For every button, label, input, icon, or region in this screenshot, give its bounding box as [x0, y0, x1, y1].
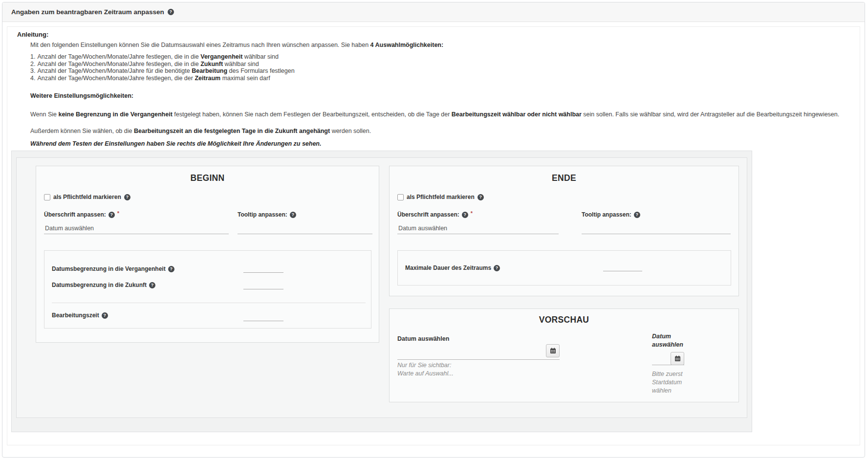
- max-duration-label-row: Maximale Dauer des Zeitraums ?: [405, 264, 500, 271]
- beginn-required-checkbox[interactable]: [44, 194, 50, 200]
- ende-panel: ENDE als Pflichtfeld markieren ? Übersch…: [389, 166, 739, 296]
- beginn-required-label: als Pflichtfeld markieren: [53, 194, 121, 200]
- ende-required-label: als Pflichtfeld markieren: [407, 194, 475, 200]
- help-icon[interactable]: ?: [494, 265, 500, 271]
- limit-future-label-row: Datumsbegrenzung in die Zukunft ?: [52, 282, 155, 288]
- page-panel: Angaben zum beantragbaren Zeitraum anpas…: [2, 2, 865, 458]
- preview-end-calendar-button[interactable]: [671, 352, 684, 365]
- list-number: 2.: [30, 61, 35, 68]
- processing-time-input[interactable]: [243, 311, 283, 321]
- limit-past-label: Datumsbegrenzung in die Vergangenheit: [52, 265, 166, 272]
- ende-tooltip-label-row: Tooltip anpassen: ?: [582, 211, 640, 218]
- beginn-title: BEGINN: [36, 173, 379, 183]
- limit-past-label-row: Datumsbegrenzung in die Vergangenheit ?: [52, 265, 174, 272]
- help-icon[interactable]: ?: [102, 312, 108, 319]
- help-icon[interactable]: ?: [168, 266, 174, 272]
- ende-heading-label: Überschrift anpassen:: [397, 211, 459, 218]
- ende-required-checkbox[interactable]: [397, 194, 404, 200]
- list-number: 3.: [30, 67, 35, 75]
- ende-max-duration-box: Maximale Dauer des Zeitraums ?: [397, 250, 731, 285]
- list-item: 3.Anzahl der Tage/Wochen/Monate/Jahre fü…: [30, 67, 295, 75]
- help-icon[interactable]: ?: [290, 212, 296, 218]
- help-icon[interactable]: ?: [634, 212, 640, 218]
- section-header: Angaben zum beantragbaren Zeitraum anpas…: [2, 2, 865, 22]
- required-asterisk: *: [117, 210, 119, 216]
- preview-start-hint-waiting: Warte auf Auswahl...: [397, 370, 454, 378]
- list-item: 2.Anzahl der Tage/Wochen/Monate/Jahre fe…: [30, 61, 295, 68]
- vorschau-title: VORSCHAU: [390, 315, 738, 325]
- preview-start-label: Datum auswählen: [397, 335, 449, 342]
- help-icon[interactable]: ?: [462, 212, 468, 218]
- beginn-panel: BEGINN als Pflichtfeld markieren ? Übers…: [36, 166, 379, 343]
- beginn-tooltip-label: Tooltip anpassen:: [238, 211, 287, 218]
- settings-area-inner: BEGINN als Pflichtfeld markieren ? Übers…: [16, 157, 747, 418]
- preview-end-hint: Bitte zuerst Startdatum wählen: [652, 370, 690, 395]
- settings-area: BEGINN als Pflichtfeld markieren ? Übers…: [11, 151, 752, 432]
- max-duration-input[interactable]: [603, 262, 642, 271]
- preview-start-hint-visibility: Nur für Sie sichtbar:: [397, 361, 451, 370]
- beginn-tooltip-input[interactable]: [238, 223, 372, 234]
- help-icon[interactable]: ?: [168, 9, 174, 15]
- list-number: 4.: [30, 75, 35, 82]
- beginn-limits-box: Datumsbegrenzung in die Vergangenheit ? …: [44, 250, 371, 329]
- paragraph-append-processing: Außerdem können Sie wählen, ob die Bearb…: [30, 128, 371, 134]
- preview-end-label: Datum auswählen: [652, 332, 686, 349]
- instructions-list: 1.Anzahl der Tage/Wochen/Monate/Jahre fe…: [30, 53, 295, 82]
- list-text: Anzahl der Tage/Wochen/Monate/Jahre fest…: [37, 53, 279, 60]
- help-icon[interactable]: ?: [124, 194, 130, 200]
- limit-future-label: Datumsbegrenzung in die Zukunft: [52, 282, 147, 288]
- list-item: 1.Anzahl der Tage/Wochen/Monate/Jahre fe…: [30, 53, 295, 61]
- page-title: Angaben zum beantragbaren Zeitraum anpas…: [11, 8, 164, 16]
- help-icon[interactable]: ?: [108, 212, 115, 218]
- ende-heading-label-row: Überschrift anpassen: ? *: [397, 211, 473, 218]
- calendar-icon: [674, 355, 681, 362]
- beginn-heading-label-row: Überschrift anpassen: ? *: [44, 211, 119, 218]
- help-icon[interactable]: ?: [477, 194, 484, 200]
- required-asterisk: *: [471, 210, 473, 216]
- processing-time-label-row: Bearbeitungszeit ?: [52, 312, 108, 319]
- beginn-required-row: als Pflichtfeld markieren ?: [44, 194, 130, 200]
- list-text: Anzahl der Tage/Wochen/Monate/Jahre fest…: [37, 61, 259, 67]
- limit-past-input[interactable]: [243, 263, 283, 273]
- instructions-heading: Anleitung:: [17, 31, 48, 38]
- preview-start-calendar-button[interactable]: [546, 344, 560, 357]
- beginn-heading-label: Überschrift anpassen:: [44, 211, 106, 218]
- content-box: Anleitung: Mit den folgenden Einstellung…: [7, 26, 860, 445]
- limit-future-input[interactable]: [243, 280, 283, 289]
- list-number: 1.: [30, 53, 35, 61]
- paragraph-past-limit: Wenn Sie keine Begrenzung in die Vergang…: [30, 111, 839, 118]
- ende-required-row: als Pflichtfeld markieren ?: [397, 194, 484, 200]
- list-item: 4.Anzahl der Tage/Wochen/Monate/Jahre fe…: [30, 75, 295, 82]
- divider: [52, 303, 366, 303]
- processing-time-label: Bearbeitungszeit: [52, 312, 99, 319]
- max-duration-label: Maximale Dauer des Zeitraums: [405, 264, 491, 271]
- ende-title: ENDE: [390, 173, 738, 183]
- help-icon[interactable]: ?: [149, 282, 155, 288]
- vorschau-panel: VORSCHAU Datum auswählen: [389, 308, 739, 402]
- list-text: Anzahl der Tage/Wochen/Monate/Jahre fest…: [37, 75, 270, 82]
- preview-start-date-input[interactable]: [397, 349, 560, 360]
- more-settings-heading: Weitere Einstellungsmöglichkeiten:: [30, 92, 133, 99]
- beginn-tooltip-label-row: Tooltip anpassen: ?: [238, 211, 296, 218]
- instructions-intro: Mit den folgenden Einstellungen können S…: [30, 42, 443, 48]
- testing-note: Während dem Testen der Einstellungen hab…: [30, 140, 321, 147]
- calendar-icon: [550, 348, 556, 354]
- ende-heading-input[interactable]: [397, 223, 559, 234]
- ende-tooltip-label: Tooltip anpassen:: [582, 211, 631, 218]
- beginn-heading-input[interactable]: [44, 223, 229, 234]
- list-text: Anzahl der Tage/Wochen/Monate/Jahre für …: [37, 67, 294, 74]
- ende-tooltip-input[interactable]: [582, 223, 731, 234]
